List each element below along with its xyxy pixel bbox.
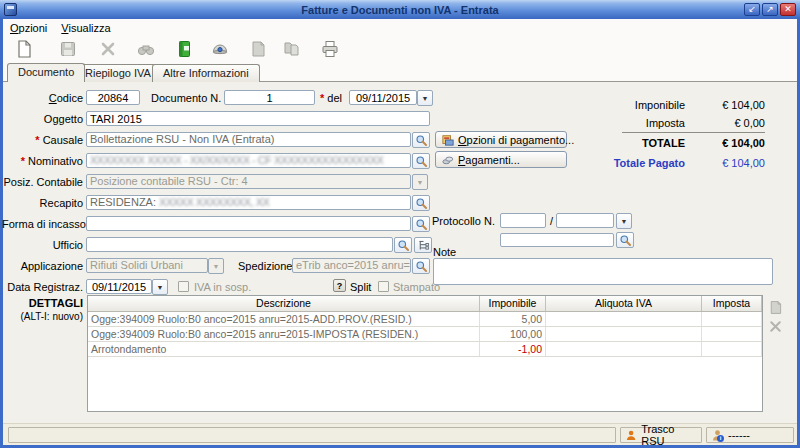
recapito-field[interactable]: RESIDENZA: XXXXX XXXXXXXX, XX bbox=[86, 195, 411, 210]
dettagli-hint: (ALT-I: nuovo) bbox=[2, 311, 83, 322]
cell-imponibile: 5,00 bbox=[480, 312, 546, 326]
codice-input[interactable] bbox=[86, 90, 140, 105]
note-search-icon[interactable] bbox=[616, 232, 634, 248]
protocollo-n1-input[interactable] bbox=[500, 213, 546, 228]
cell-imposta bbox=[702, 312, 762, 326]
del-label: del bbox=[320, 92, 342, 104]
recapito-redacted-value: XXXXX XXXXXXXX, XX bbox=[159, 196, 269, 208]
del-date-input[interactable] bbox=[349, 90, 417, 105]
status-user-text: ------ bbox=[728, 429, 750, 441]
document-icon bbox=[245, 38, 271, 62]
delete-row-icon bbox=[767, 318, 784, 338]
nominativo-field[interactable]: XXXXXXXX XXXXX - XX/XX/XXXX - CF XXXXXXX… bbox=[86, 153, 411, 168]
protocollo-separator: / bbox=[550, 215, 553, 227]
totale-pagato-value: € 104,00 bbox=[645, 157, 765, 169]
cell-imposta bbox=[702, 342, 762, 356]
status-session-cell: Trasco RSU bbox=[620, 427, 702, 443]
table-row[interactable]: Ogge:394009 Ruolo:B0 anco=2015 anru=2015… bbox=[88, 312, 762, 327]
causale-field[interactable]: Bollettazione RSU - Non IVA (Entrata) bbox=[86, 132, 411, 147]
applicazione-dropdown-icon: ▼ bbox=[208, 258, 224, 274]
documento-n-label: Documento N. bbox=[151, 92, 221, 104]
cell-imponibile: 100,00 bbox=[480, 327, 546, 341]
search-binoculars-icon bbox=[133, 38, 159, 62]
table-row[interactable]: Ogge:394009 Ruolo:B0 anco=2015 anru=2015… bbox=[88, 327, 762, 342]
tab-altre-informazioni[interactable]: Altre Informazioni bbox=[152, 64, 260, 82]
payment-options-icon bbox=[442, 134, 454, 146]
posiz-contabile-label: Posiz. Contabile bbox=[2, 176, 83, 188]
totals-divider bbox=[622, 132, 765, 133]
dettagli-header-row: Descrizione Imponibile Aliquota IVA Impo… bbox=[88, 296, 762, 312]
cell-descrizione: Ogge:394009 Ruolo:B0 anco=2015 anru=2015… bbox=[88, 312, 480, 326]
iva-in-sosp-checkbox bbox=[178, 281, 189, 292]
note-textarea[interactable] bbox=[433, 258, 773, 285]
nominativo-redacted-value: XXXXXXXX XXXXX - XX/XX/XXXX - CF XXXXXXX… bbox=[90, 154, 383, 166]
data-registraz-dropdown-icon[interactable]: ▼ bbox=[152, 279, 168, 295]
print-icon[interactable] bbox=[317, 38, 343, 62]
recapito-prefix: RESIDENZA: bbox=[90, 196, 159, 208]
cell-aliquota-iva bbox=[546, 342, 702, 356]
tab-documento[interactable]: Documento bbox=[7, 63, 85, 82]
person-icon bbox=[625, 429, 637, 442]
ufficio-tree-icon[interactable] bbox=[414, 237, 432, 253]
iva-in-sosp-label: IVA in sosp. bbox=[194, 281, 251, 293]
copy-documents-icon bbox=[279, 38, 305, 62]
codice-label: Codice bbox=[2, 92, 83, 104]
cell-descrizione: Arrotondamento bbox=[88, 342, 480, 356]
toolbar bbox=[3, 38, 797, 64]
pagamenti-label: Pagamenti... bbox=[458, 154, 520, 166]
protocollo-label: Protocollo N. bbox=[432, 215, 495, 227]
totale-value: € 104,00 bbox=[645, 137, 765, 149]
note-search-input[interactable] bbox=[500, 233, 614, 247]
new-document-icon[interactable] bbox=[11, 38, 37, 62]
close-window-button[interactable]: ✕ bbox=[780, 3, 796, 16]
restore-window-button[interactable]: ↙ bbox=[744, 3, 760, 16]
ufficio-input[interactable] bbox=[86, 237, 393, 252]
col-aliquota-iva: Aliquota IVA bbox=[546, 296, 702, 311]
imponibile-value: € 104,00 bbox=[645, 99, 765, 111]
imposta-value: € 0,00 bbox=[645, 117, 765, 129]
menu-bar: Opzioni Visualizza bbox=[3, 20, 118, 37]
app-window: Fatture e Documenti non IVA - Entrata ↙ … bbox=[0, 0, 800, 448]
nominativo-search-icon[interactable] bbox=[412, 153, 430, 169]
ufficio-label: Ufficio bbox=[2, 239, 83, 251]
spedizione-search-icon[interactable] bbox=[412, 258, 430, 274]
applicazione-field: Rifiuti Solidi Urbani bbox=[86, 258, 208, 273]
table-row[interactable]: Arrotondamento -1,00 bbox=[88, 342, 762, 357]
del-date-dropdown-icon[interactable]: ▼ bbox=[417, 90, 433, 106]
col-descrizione: Descrizione bbox=[88, 296, 480, 311]
tab-riepilogo-iva[interactable]: Riepilogo IVA bbox=[74, 64, 162, 82]
window-title: Fatture e Documenti non IVA - Entrata bbox=[0, 4, 800, 16]
spedizione-label: Spedizione bbox=[238, 260, 292, 272]
oggetto-label: Oggetto bbox=[2, 113, 83, 125]
data-registraz-label: Data Registraz. bbox=[2, 281, 83, 293]
applicazione-label: Applicazione bbox=[2, 260, 83, 272]
recapito-label: Recapito bbox=[2, 197, 83, 209]
delete-icon bbox=[95, 38, 121, 62]
archive-icon[interactable] bbox=[171, 38, 197, 62]
data-registraz-input[interactable] bbox=[86, 279, 152, 294]
causale-search-icon[interactable] bbox=[412, 132, 430, 148]
posiz-contabile-field: Posizione contabile RSU - Ctr: 4 bbox=[86, 174, 411, 189]
dettagli-label: DETTAGLI bbox=[2, 297, 83, 309]
protocollo-dropdown-icon[interactable]: ▼ bbox=[616, 213, 632, 229]
oggetto-input[interactable] bbox=[86, 111, 430, 126]
forma-incasso-search-icon[interactable] bbox=[412, 216, 430, 232]
cell-imponibile: -1,00 bbox=[480, 342, 546, 356]
causale-label: Causale bbox=[2, 134, 83, 146]
menu-opzioni[interactable]: Opzioni bbox=[3, 20, 54, 37]
cell-descrizione: Ogge:394009 Ruolo:B0 anco=2015 anru=2015… bbox=[88, 327, 480, 341]
recapito-search-icon[interactable] bbox=[412, 195, 430, 211]
protocollo-n2-input[interactable] bbox=[556, 213, 614, 228]
camera-dome-icon[interactable] bbox=[207, 38, 233, 62]
save-icon bbox=[55, 38, 81, 62]
menu-visualizza[interactable]: Visualizza bbox=[54, 20, 117, 37]
app-icon bbox=[4, 3, 17, 16]
forma-incasso-input[interactable] bbox=[86, 216, 411, 231]
col-imposta: Imposta bbox=[702, 296, 762, 311]
nominativo-label: Nominativo bbox=[2, 155, 83, 167]
payments-icon bbox=[442, 154, 454, 166]
documento-n-input[interactable] bbox=[224, 90, 315, 105]
split-help-icon[interactable]: ? bbox=[333, 279, 346, 292]
ufficio-search-icon[interactable] bbox=[394, 237, 412, 253]
maximize-window-button[interactable]: ↗ bbox=[762, 3, 778, 16]
